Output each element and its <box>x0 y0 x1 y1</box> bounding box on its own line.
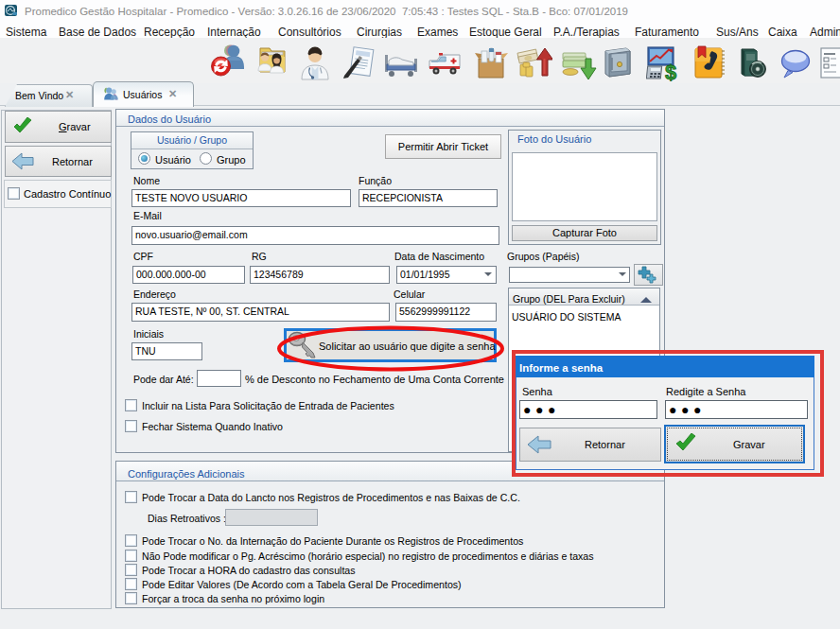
svg-text:$: $ <box>665 61 676 81</box>
